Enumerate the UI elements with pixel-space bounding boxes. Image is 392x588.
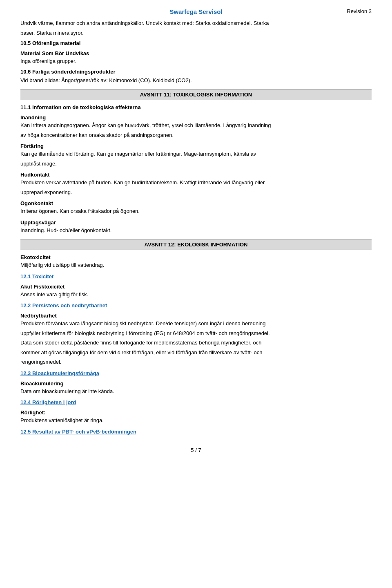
hudkontakt-heading: Hudkontakt xyxy=(20,172,372,178)
hudkontakt-text2: upprepad exponering. xyxy=(20,188,372,197)
nedbrytbarhet-text2: uppfyller kriterierna för biologisk nedb… xyxy=(20,329,372,338)
page-number: 5 / 7 xyxy=(20,447,372,453)
ekotoxicitet-heading: Ekotoxicitet xyxy=(20,254,372,260)
fisktoxicitet-text: Anses inte vara giftig för fisk. xyxy=(20,291,372,299)
section-10-6-title: 10.6 Farliga sönderdelningsprodukter xyxy=(20,69,372,75)
header-center: Swarfega Servisol xyxy=(69,8,323,15)
doc-title: Swarfega Servisol xyxy=(69,8,323,15)
section-10-5-subtitle: Material Som Bör Undvikas xyxy=(20,50,372,56)
section-10-5-text: Inga oförenliga grupper. xyxy=(20,57,372,65)
upptagsvagar-heading: Upptagsvägar xyxy=(20,219,372,226)
section-10-5-title: 10.5 Oförenliga material xyxy=(20,40,372,46)
upptagsvagar-text1: Inandning. Hud- och/eller ögonkontakt. xyxy=(20,226,372,235)
intro-line2: baser. Starka mineralsyror. xyxy=(20,29,372,37)
inandning-text2: av höga koncentrationer kan orsaka skado… xyxy=(20,131,372,139)
intro-line1: Undvik värme, flammor och andra antändni… xyxy=(20,19,372,27)
fortaring-text1: Kan ge illamående vid förtäring. Kan ge … xyxy=(20,150,372,158)
ogonkontakt-heading: Ögonkontakt xyxy=(20,200,372,206)
ogonkontakt-text1: Irriterar ögonen. Kan orsaka frätskador … xyxy=(20,207,372,215)
page-header: Swarfega Servisol Revision 3 xyxy=(20,8,372,15)
fisktoxicitet-heading: Akut Fisktoxicitet xyxy=(20,284,372,290)
inandning-heading: Inandning xyxy=(20,114,372,121)
nedbrytbarhet-text5: rengöringsmedel. xyxy=(20,358,372,366)
section-12-5-title: 12.5 Resultat av PBT- och vPvB-bedömning… xyxy=(20,429,372,435)
section-11-1-title: 11.1 Information om de toxikologiska eff… xyxy=(20,104,372,110)
nedbrytbarhet-heading: Nedbrytbarhet xyxy=(20,313,372,319)
bioackumulering-text: Data om bioackumulering är inte kända. xyxy=(20,387,372,396)
rorlighet-text: Produktens vattenlöslighet är ringa. xyxy=(20,416,372,425)
revision-number: 3 xyxy=(369,8,372,14)
rorlighet-heading: Rörlighet: xyxy=(20,409,372,416)
header-right: Revision 3 xyxy=(323,8,372,14)
section-10-6-text: Vid brand bildas: Ångor/gaser/rök av: Ko… xyxy=(20,76,372,85)
section-12-1-title: 12.1 Toxicitet xyxy=(20,273,372,279)
nedbrytbarhet-text4: kommer att göras tillgängliga för dem vi… xyxy=(20,349,372,357)
section-12-4-title: 12.4 Rörligheten i jord xyxy=(20,399,372,405)
revision-label: Revision xyxy=(347,8,367,14)
section-12-3-title: 12.3 Bioackumuleringsförmåga xyxy=(20,370,372,376)
fortaring-heading: Förtäring xyxy=(20,143,372,149)
fortaring-text2: uppblåst mage. xyxy=(20,160,372,168)
bioackumulering-heading: Bioackumulering xyxy=(20,380,372,387)
section-11-header: AVSNITT 11: TOXIKOLOGISK INFORMATION xyxy=(20,89,372,100)
nedbrytbarhet-text1: Produkten förväntas vara långsamt biolog… xyxy=(20,320,372,328)
ekotoxicitet-text: Miljöfarlig vid utsläpp till vattendrag. xyxy=(20,261,372,269)
nedbrytbarhet-text3: Data som stöder detta påstående finns ti… xyxy=(20,339,372,347)
section-12-header: AVSNITT 12: EKOLOGISK INFORMATION xyxy=(20,239,372,250)
hudkontakt-text1: Produkten verkar avfettande på huden. Ka… xyxy=(20,179,372,187)
inandning-text1: Kan irritera andningsorganen. Ångor kan … xyxy=(20,121,372,130)
section-12-2-title: 12.2 Persistens och nedbrytbarhet xyxy=(20,302,372,309)
